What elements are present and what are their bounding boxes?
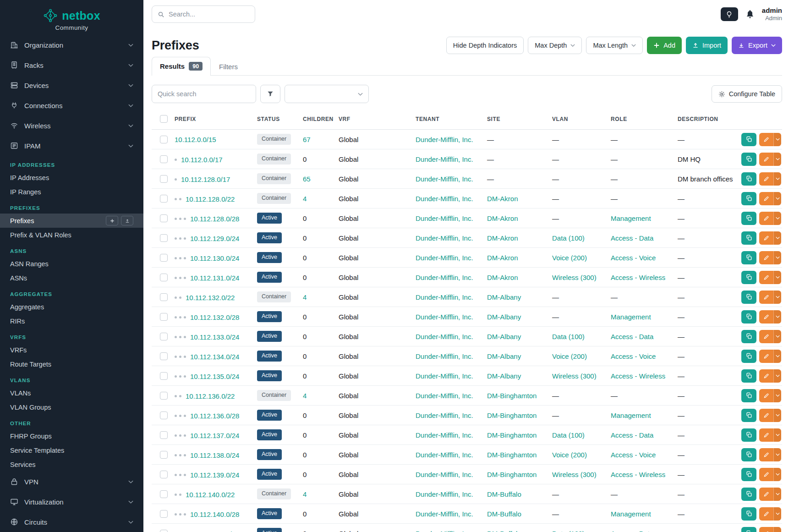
- column-header-prefix[interactable]: PREFIX: [170, 108, 252, 130]
- children-count-link[interactable]: 4: [303, 392, 307, 400]
- copy-button[interactable]: [741, 507, 756, 521]
- edit-button[interactable]: [759, 428, 773, 442]
- tenant-link[interactable]: Dunder-Mifflin, Inc.: [416, 510, 473, 518]
- column-header-description[interactable]: DESCRIPTION: [673, 108, 734, 130]
- edit-dropdown-caret[interactable]: [773, 291, 781, 304]
- column-header-site[interactable]: SITE: [482, 108, 548, 130]
- saved-filter-select[interactable]: [285, 85, 369, 103]
- column-header-role[interactable]: ROLE: [606, 108, 673, 130]
- edit-button[interactable]: [759, 389, 773, 402]
- edit-dropdown-caret[interactable]: [773, 350, 781, 363]
- max-length-dropdown[interactable]: Max Length: [586, 37, 643, 54]
- children-count-link[interactable]: 4: [303, 195, 307, 203]
- column-header-children[interactable]: CHILDREN: [298, 108, 334, 130]
- sidebar-item-organization[interactable]: Organization: [0, 35, 143, 55]
- copy-button[interactable]: [741, 212, 756, 225]
- copy-button[interactable]: [741, 133, 756, 146]
- site-link[interactable]: DM-Albany: [487, 352, 521, 360]
- global-search-input[interactable]: [169, 11, 249, 18]
- site-link[interactable]: DM-Akron: [487, 214, 518, 222]
- edit-button[interactable]: [759, 271, 773, 284]
- edit-dropdown-caret[interactable]: [773, 369, 781, 383]
- prefix-link[interactable]: 10.112.133.0/24: [190, 333, 239, 341]
- sidebar-item-vrfs[interactable]: VRFs: [0, 343, 143, 357]
- prefix-link[interactable]: 10.112.136.0/28: [190, 412, 239, 420]
- role-link[interactable]: Access - Voice: [611, 254, 656, 262]
- sidebar-item-racks[interactable]: Racks: [0, 55, 143, 75]
- children-count-link[interactable]: 4: [303, 293, 307, 301]
- tab-filters[interactable]: Filters: [211, 58, 246, 76]
- sidebar-item-ipam[interactable]: IPAM: [0, 136, 143, 156]
- sidebar-item-ip-ranges[interactable]: IP Ranges: [0, 185, 143, 199]
- site-link[interactable]: DM-Binghamton: [487, 411, 537, 419]
- vlan-link[interactable]: Data (100): [552, 431, 585, 439]
- row-checkbox[interactable]: [160, 313, 168, 321]
- site-link[interactable]: DM-Akron: [487, 195, 518, 203]
- edit-dropdown-caret[interactable]: [773, 133, 781, 146]
- row-checkbox[interactable]: [160, 451, 168, 459]
- copy-button[interactable]: [741, 369, 756, 383]
- prefix-link[interactable]: 10.112.140.0/28: [190, 510, 239, 518]
- role-link[interactable]: Access - Data: [611, 333, 653, 340]
- role-link[interactable]: Management: [611, 214, 651, 222]
- sidebar-item-services[interactable]: Services: [0, 457, 143, 472]
- edit-dropdown-caret[interactable]: [773, 192, 781, 205]
- sidebar-item-rirs[interactable]: RIRs: [0, 314, 143, 328]
- site-link[interactable]: DM-Binghamton: [487, 431, 537, 439]
- site-link[interactable]: DM-Akron: [487, 274, 518, 281]
- sidebar-item-asn-ranges[interactable]: ASN Ranges: [0, 257, 143, 271]
- edit-button[interactable]: [759, 212, 773, 225]
- edit-button[interactable]: [759, 488, 773, 501]
- row-checkbox[interactable]: [160, 530, 168, 532]
- bell-icon[interactable]: [745, 10, 755, 19]
- row-checkbox[interactable]: [160, 490, 168, 498]
- tenant-link[interactable]: Dunder-Mifflin, Inc.: [416, 234, 473, 242]
- site-link[interactable]: DM-Binghamton: [487, 392, 537, 400]
- edit-button[interactable]: [759, 153, 773, 166]
- copy-button[interactable]: [741, 251, 756, 264]
- row-checkbox[interactable]: [160, 155, 168, 163]
- select-all-checkbox[interactable]: [160, 115, 168, 123]
- export-button[interactable]: Export: [732, 37, 782, 54]
- column-header-vlan[interactable]: VLAN: [548, 108, 606, 130]
- sidebar-item-connections[interactable]: Connections: [0, 95, 143, 115]
- copy-button[interactable]: [741, 172, 756, 186]
- edit-button[interactable]: [759, 507, 773, 521]
- copy-button[interactable]: [741, 409, 756, 422]
- tenant-link[interactable]: Dunder-Mifflin, Inc.: [416, 372, 473, 380]
- tenant-link[interactable]: Dunder-Mifflin, Inc.: [416, 293, 473, 301]
- sidebar-item-route-targets[interactable]: Route Targets: [0, 357, 143, 371]
- prefix-link[interactable]: 10.112.139.0/24: [190, 471, 239, 479]
- copy-button[interactable]: [741, 350, 756, 363]
- edit-button[interactable]: [759, 330, 773, 343]
- edit-button[interactable]: [759, 133, 773, 146]
- prefix-link[interactable]: 10.112.128.0/22: [186, 195, 235, 203]
- filter-button[interactable]: [260, 85, 280, 103]
- site-link[interactable]: DM-Buffalo: [487, 490, 521, 498]
- sidebar-item-virtualization[interactable]: Virtualization: [0, 492, 143, 512]
- edit-button[interactable]: [759, 172, 773, 186]
- role-link[interactable]: Access - Voice: [611, 352, 656, 360]
- copy-button[interactable]: [741, 153, 756, 166]
- vlan-link[interactable]: Voice (200): [552, 352, 587, 360]
- tenant-link[interactable]: Dunder-Mifflin, Inc.: [416, 431, 473, 439]
- role-link[interactable]: Access - Voice: [611, 451, 656, 459]
- role-link[interactable]: Management: [611, 411, 651, 419]
- sidebar-item-aggregates[interactable]: Aggregates: [0, 300, 143, 314]
- tenant-link[interactable]: Dunder-Mifflin, Inc.: [416, 313, 473, 321]
- edit-dropdown-caret[interactable]: [773, 468, 781, 481]
- site-link[interactable]: DM-Binghamton: [487, 471, 537, 478]
- children-count-link[interactable]: 67: [303, 136, 311, 143]
- row-checkbox[interactable]: [160, 333, 168, 340]
- prefix-link[interactable]: 10.112.130.0/24: [190, 254, 239, 262]
- site-link[interactable]: DM-Albany: [487, 333, 521, 340]
- brand[interactable]: netbox Community: [0, 0, 143, 35]
- sidebar-item-asns[interactable]: ASNs: [0, 271, 143, 285]
- column-header-vrf[interactable]: VRF: [334, 108, 411, 130]
- role-link[interactable]: Access - Wireless: [611, 372, 665, 380]
- edit-dropdown-caret[interactable]: [773, 212, 781, 225]
- prefix-link[interactable]: 10.112.128.0/28: [190, 215, 239, 223]
- row-checkbox[interactable]: [160, 352, 168, 360]
- role-link[interactable]: Management: [611, 510, 651, 518]
- row-checkbox[interactable]: [160, 372, 168, 380]
